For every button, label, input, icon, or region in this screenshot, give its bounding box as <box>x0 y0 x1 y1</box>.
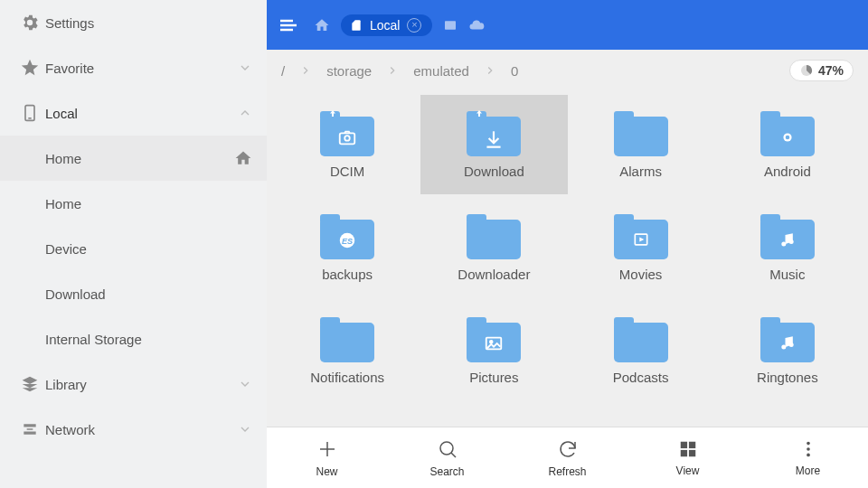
sidebar-item-label: Network <box>45 422 238 437</box>
folder-icon <box>760 111 815 156</box>
svg-point-16 <box>789 239 794 244</box>
bottom-new-button[interactable]: New <box>267 427 387 488</box>
folder-item[interactable] <box>568 404 714 427</box>
bottom-more-button[interactable]: More <box>748 427 868 488</box>
crumb-segment[interactable]: emulated <box>413 63 469 79</box>
folder-item[interactable]: Music <box>714 198 861 297</box>
tab-local[interactable]: Local × <box>341 14 432 36</box>
folder-icon <box>760 317 815 362</box>
tab-label: Local <box>370 18 400 33</box>
sidebar-item-library[interactable]: Library <box>0 361 267 407</box>
sidebar-item-favorite[interactable]: Favorite <box>0 45 267 90</box>
storage-badge[interactable]: 47% <box>789 60 854 81</box>
folder-icon <box>614 214 668 259</box>
bottom-label: View <box>676 465 700 477</box>
folder-overlay-icon <box>778 333 797 352</box>
svg-point-19 <box>781 344 786 349</box>
folder-item[interactable]: Downloader <box>420 198 567 297</box>
sidebar-item-local[interactable]: Local <box>0 90 267 136</box>
layers-icon <box>14 375 45 393</box>
sidebar-item-home[interactable]: Home <box>0 181 267 226</box>
folder-item[interactable]: ES backups <box>274 198 420 297</box>
folder-item[interactable]: Alarms <box>568 95 714 194</box>
chevron-right-icon <box>484 64 496 77</box>
folder-icon <box>320 317 374 362</box>
folder-item[interactable] <box>274 404 420 427</box>
folder-item[interactable]: Podcasts <box>568 301 714 400</box>
crumb-root[interactable]: / <box>281 63 285 79</box>
sdcard-icon <box>350 19 363 32</box>
search-icon <box>437 438 458 460</box>
sidebar-item-label: Favorite <box>45 61 238 76</box>
plus-icon <box>316 438 338 460</box>
gear-icon <box>14 13 45 33</box>
svg-point-20 <box>789 343 794 347</box>
svg-rect-27 <box>680 449 686 455</box>
main: Local × / storage emulated 0 <box>267 0 868 488</box>
folder-overlay-icon: ES <box>337 230 357 250</box>
chevron-up-icon <box>238 106 252 120</box>
svg-rect-26 <box>688 441 694 447</box>
bottom-view-button[interactable]: View <box>627 427 748 488</box>
bottom-label: Search <box>429 465 464 478</box>
folder-overlay-icon <box>778 230 797 249</box>
sidebar: Settings Favorite Local Home <box>0 0 267 488</box>
home-icon <box>234 149 252 167</box>
sidebar-item-home-active[interactable]: Home <box>0 136 267 181</box>
folder-item[interactable]: Notifications <box>274 301 420 400</box>
sidebar-item-label: Settings <box>45 15 252 31</box>
folder-icon <box>467 214 521 259</box>
folder-grid: DCIM Download Alarms Android ES b <box>267 91 868 427</box>
folder-icon <box>760 214 815 259</box>
sidebar-item-label: Library <box>45 377 238 392</box>
folder-label: Android <box>764 164 811 179</box>
svg-point-23 <box>440 442 453 455</box>
sidebar-item-internal-storage[interactable]: Internal Storage <box>0 316 267 361</box>
window-icon[interactable] <box>443 18 458 33</box>
sidebar-item-settings[interactable]: Settings <box>0 0 267 45</box>
svg-point-30 <box>807 447 810 451</box>
folder-icon <box>614 111 668 156</box>
folder-label: Music <box>769 267 805 282</box>
sidebar-item-label: Device <box>45 241 252 257</box>
folder-icon: ES <box>320 214 374 259</box>
folder-icon <box>467 111 521 156</box>
crumb-segment[interactable]: 0 <box>511 63 518 79</box>
folder-overlay-icon <box>632 230 650 249</box>
folder-label: Alarms <box>619 164 662 179</box>
cloud-icon[interactable] <box>468 17 485 33</box>
folder-item[interactable]: DCIM <box>274 95 420 194</box>
folder-item[interactable]: Download <box>420 95 567 194</box>
folder-item[interactable]: Movies <box>568 198 714 297</box>
menu-icon[interactable] <box>278 14 299 36</box>
chevron-down-icon <box>238 422 252 436</box>
folder-overlay-icon <box>484 333 504 353</box>
svg-rect-7 <box>340 133 355 144</box>
svg-point-8 <box>344 136 350 141</box>
grid-icon <box>678 439 698 459</box>
bottom-refresh-button[interactable]: Refresh <box>507 427 627 488</box>
close-tab-icon[interactable]: × <box>407 18 421 33</box>
bottom-label: More <box>796 465 820 477</box>
chevron-down-icon <box>238 61 252 75</box>
sidebar-item-label: Download <box>45 286 252 302</box>
sidebar-item-download[interactable]: Download <box>0 271 267 316</box>
sidebar-item-label: Home <box>45 196 252 211</box>
sidebar-item-network[interactable]: Network <box>0 407 267 452</box>
bottom-label: New <box>316 465 337 478</box>
header: Local × <box>267 0 868 50</box>
folder-item[interactable] <box>420 404 567 427</box>
folder-item[interactable]: Pictures <box>420 301 567 400</box>
sidebar-item-label: Home <box>45 151 234 166</box>
folder-item[interactable]: Android <box>714 95 861 194</box>
sidebar-item-label: Internal Storage <box>45 332 252 347</box>
crumb-segment[interactable]: storage <box>326 63 372 79</box>
home-tab-icon[interactable] <box>314 17 330 33</box>
folder-overlay-icon <box>337 127 357 147</box>
svg-rect-5 <box>445 21 456 29</box>
folder-item[interactable]: Ringtones <box>714 301 861 400</box>
bottom-search-button[interactable]: Search <box>387 427 507 488</box>
folder-label: backups <box>322 267 373 282</box>
folder-overlay-icon <box>482 127 505 151</box>
sidebar-item-device[interactable]: Device <box>0 226 267 271</box>
